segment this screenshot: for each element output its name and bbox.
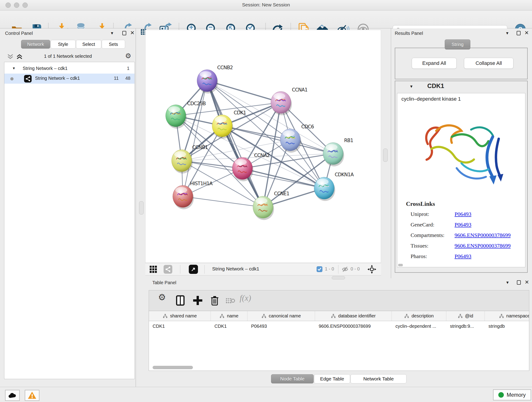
table-cell[interactable]: P06493: [247, 321, 315, 331]
crosslink-value-link[interactable]: 9606.ENSP00000378699: [455, 243, 511, 249]
tab-node-table[interactable]: Node Table: [271, 374, 314, 383]
edge-ccnb2-hist1h1a[interactable]: [183, 81, 207, 196]
crosslink-value-link[interactable]: 9606.ENSP00000378699: [455, 232, 511, 238]
detach-view-icon[interactable]: [189, 265, 198, 274]
left-splitter-handle[interactable]: [139, 201, 144, 215]
table-cell[interactable]: stringdb:9...: [446, 321, 485, 331]
edge-cdk1-rb1[interactable]: [222, 126, 333, 153]
expand-all-button[interactable]: Expand All: [412, 58, 457, 69]
memory-status-button[interactable]: Memory: [493, 389, 531, 400]
network-node-CCNB1[interactable]: CCNB1: [172, 145, 208, 173]
collection-label: String Network – cdk1: [23, 66, 68, 71]
results-actions-box: Expand All Collapse All: [395, 48, 528, 79]
table-cell[interactable]: CDK1: [211, 321, 247, 331]
crosslinks-title: CrossLinks: [406, 201, 435, 207]
node-label-HIST1H1A: HIST1H1A: [190, 181, 213, 186]
column-header-database-identifier[interactable]: database identifier: [315, 311, 392, 321]
column-header-label: @id: [465, 313, 473, 319]
crosslink-value-link[interactable]: P06493: [455, 211, 471, 217]
tab-style[interactable]: Style: [51, 40, 76, 49]
network-node-HIST1H1A[interactable]: HIST1H1A: [173, 181, 213, 209]
collapse-panel-icon[interactable]: ▾: [111, 30, 113, 36]
delete-table-icon[interactable]: [225, 297, 235, 305]
results-scrollbar-thumb[interactable]: [398, 264, 403, 266]
edge-ccna2-cdkn1a[interactable]: [242, 168, 324, 188]
crosslink-label: Tissues:: [411, 243, 428, 249]
window-title: Session: New Session: [0, 2, 532, 7]
network-node-CDKN1A[interactable]: CDKN1A: [314, 172, 354, 201]
column-header-namespace[interactable]: namespace: [485, 311, 529, 321]
network-node-CCNB2[interactable]: CCNB2: [197, 65, 233, 94]
close-panel-icon[interactable]: ✕: [130, 30, 134, 36]
tab-network-table[interactable]: Network Table: [351, 374, 406, 383]
close-panel-icon[interactable]: ✕: [525, 30, 529, 36]
crosslink-value-link[interactable]: P06493: [455, 253, 471, 259]
network-node-CCNA1[interactable]: CCNA1: [271, 87, 307, 115]
network-node-CCNE1[interactable]: CCNE1: [253, 191, 289, 220]
tab-network[interactable]: Network: [21, 40, 50, 49]
network-row-selected[interactable]: String Network – cdk1 11 48: [4, 74, 134, 84]
cloud-status-button[interactable]: [5, 390, 20, 401]
network-overview-icon[interactable]: [164, 265, 172, 274]
column-header-canonical-name[interactable]: canonical name: [247, 311, 315, 321]
crosslink-row: Compartments:9606.ENSP00000378699: [411, 232, 523, 243]
network-canvas[interactable]: CCNB2CCNA1CDC25BCDK1CDC6RB1CCNB1CCNA2CDK…: [145, 30, 381, 263]
right-splitter-handle[interactable]: [383, 148, 388, 162]
network-node-CDK1[interactable]: CDK1: [212, 110, 246, 139]
table-row[interactable]: CDK1CDK1P064939606.ENSP00000378699cyclin…: [149, 321, 529, 331]
add-column-icon[interactable]: [192, 294, 203, 306]
separator: [180, 265, 180, 274]
node-table: shared namenamecanonical namedatabase id…: [149, 311, 529, 371]
warning-status-button[interactable]: [25, 390, 39, 401]
network-collection-row[interactable]: ▼ String Network – cdk1 1: [4, 64, 134, 74]
network-options-gear-icon[interactable]: ⚙: [125, 52, 131, 60]
network-node-RB1[interactable]: RB1: [323, 138, 353, 166]
table-cell[interactable]: CDK1: [149, 321, 211, 331]
table-toolbar: ⚙ f(x): [149, 290, 529, 311]
column-header-name[interactable]: name: [211, 311, 247, 321]
column-header-label: canonical name: [269, 313, 301, 319]
network-view-title: String Network – cdk1: [212, 266, 259, 272]
function-builder-icon[interactable]: f(x): [240, 293, 251, 303]
table-options-gear-icon[interactable]: ⚙: [158, 292, 166, 302]
show-columns-icon[interactable]: [175, 294, 186, 306]
edge-ccnb2-ccne1[interactable]: [207, 81, 263, 207]
tab-sets[interactable]: Sets: [102, 40, 125, 49]
birds-eye-grid-icon[interactable]: [149, 265, 157, 273]
float-panel-icon[interactable]: [517, 31, 520, 35]
collapse-panel-icon[interactable]: ▾: [506, 280, 509, 285]
network-node-CDC6[interactable]: CDC6: [280, 124, 314, 153]
crosslink-value-link[interactable]: P06493: [455, 222, 471, 228]
gene-details: cyclin–dependent kinase 1: [397, 93, 525, 267]
collection-caret-icon[interactable]: ▼: [12, 66, 16, 70]
column-header-label: shared name: [170, 313, 197, 319]
edge-ccnb2-ccna1[interactable]: [207, 81, 281, 102]
application-window: Session: New Session: [0, 0, 532, 402]
collapse-panel-icon[interactable]: ▾: [506, 30, 508, 36]
delete-column-icon[interactable]: [209, 294, 220, 306]
table-cell[interactable]: cyclin–dependent ...: [392, 321, 446, 331]
selected-nodes-checkbox[interactable]: [317, 266, 322, 272]
table-cell[interactable]: 9606.ENSP00000378699: [315, 321, 392, 331]
tab-select[interactable]: Select: [76, 40, 101, 49]
table-hscrollbar-thumb[interactable]: [152, 366, 193, 369]
float-panel-icon[interactable]: [122, 31, 126, 35]
collapse-all-button[interactable]: Collapse All: [464, 58, 513, 69]
column-header--id[interactable]: @id: [446, 311, 485, 321]
column-header-description[interactable]: description: [392, 311, 446, 321]
column-type-icon: [458, 313, 463, 319]
node-count: 11: [114, 76, 119, 81]
column-type-icon: [261, 313, 266, 319]
tab-edge-table[interactable]: Edge Table: [314, 374, 350, 383]
column-type-icon: [163, 313, 168, 319]
gene-caret-icon[interactable]: ▼: [409, 84, 413, 89]
node-label-CCNB1: CCNB1: [192, 145, 208, 150]
hidden-elements-eye-icon[interactable]: [341, 266, 349, 273]
column-header-shared-name[interactable]: shared name: [149, 311, 211, 321]
close-panel-icon[interactable]: ✕: [525, 279, 529, 285]
center-view-crosshair-icon[interactable]: [367, 264, 377, 274]
float-panel-icon[interactable]: [517, 280, 521, 285]
edge-hist1h1a-ccne1[interactable]: [183, 196, 263, 207]
node-label-CDC25B: CDC25B: [187, 101, 206, 106]
table-cell[interactable]: stringdb: [485, 321, 529, 331]
